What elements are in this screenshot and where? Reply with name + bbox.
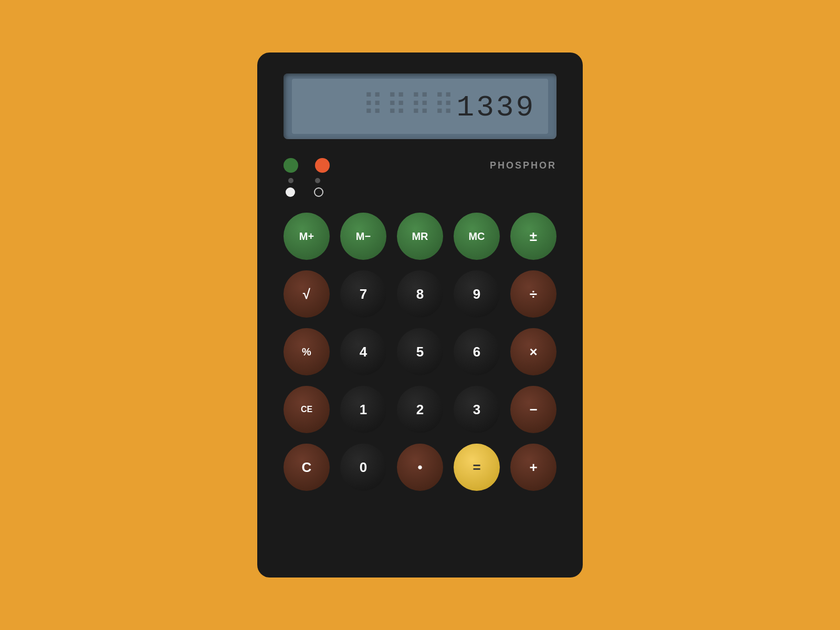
right-mid-indicator <box>315 178 320 183</box>
toggle-mid-pair <box>284 177 330 183</box>
btn-5[interactable]: 5 <box>397 328 443 375</box>
btn-sqrt[interactable]: √ <box>284 270 330 318</box>
btn-equals[interactable]: = <box>454 444 500 491</box>
right-bot-indicator[interactable] <box>314 187 323 197</box>
btn-decimal[interactable]: • <box>397 444 443 491</box>
right-top-indicator[interactable] <box>315 158 330 173</box>
button-row-5: C 0 • = + <box>284 444 556 491</box>
toggle-top-pair <box>284 158 330 173</box>
button-row-2: √ 7 8 9 ÷ <box>284 270 556 318</box>
controls-row: PHOSPHOR <box>284 158 556 197</box>
btn-mc[interactable]: MC <box>454 213 500 260</box>
calculator-body: ⠿⠿⠿⠿1339 PHOSPHOR M+ <box>257 52 583 578</box>
button-row-3: % 4 5 6 × <box>284 328 556 375</box>
btn-2[interactable]: 2 <box>397 386 443 433</box>
btn-multiply[interactable]: × <box>510 328 556 375</box>
left-mid-indicator <box>288 178 293 183</box>
btn-m-minus[interactable]: M− <box>340 213 386 260</box>
toggle-group <box>284 158 330 197</box>
btn-mr[interactable]: MR <box>397 213 443 260</box>
btn-ce[interactable]: CE <box>284 386 330 433</box>
display-text: ⠿⠿⠿⠿1339 <box>362 88 536 124</box>
brand-label: PHOSPHOR <box>490 160 556 171</box>
btn-c[interactable]: C <box>284 444 330 491</box>
left-top-indicator[interactable] <box>284 158 298 173</box>
button-row-memory: M+ M− MR MC ± <box>284 213 556 260</box>
btn-subtract[interactable]: − <box>510 386 556 433</box>
btn-add[interactable]: + <box>510 444 556 491</box>
btn-divide[interactable]: ÷ <box>510 270 556 318</box>
button-grid: M+ M− MR MC ± √ 7 8 9 ÷ % 4 5 6 × CE 1 2… <box>284 213 556 491</box>
left-bot-indicator[interactable] <box>286 187 295 197</box>
btn-1[interactable]: 1 <box>340 386 386 433</box>
toggle-bot-pair <box>284 187 330 197</box>
btn-m-plus[interactable]: M+ <box>284 213 330 260</box>
button-row-4: CE 1 2 3 − <box>284 386 556 433</box>
btn-8[interactable]: 8 <box>397 270 443 318</box>
btn-0[interactable]: 0 <box>340 444 386 491</box>
display-container: ⠿⠿⠿⠿1339 <box>284 74 556 139</box>
btn-3[interactable]: 3 <box>454 386 500 433</box>
btn-percent[interactable]: % <box>284 328 330 375</box>
btn-4[interactable]: 4 <box>340 328 386 375</box>
display-inner: ⠿⠿⠿⠿1339 <box>292 79 548 134</box>
btn-7[interactable]: 7 <box>340 270 386 318</box>
btn-6[interactable]: 6 <box>454 328 500 375</box>
btn-9[interactable]: 9 <box>454 270 500 318</box>
btn-plus-minus[interactable]: ± <box>510 213 556 260</box>
